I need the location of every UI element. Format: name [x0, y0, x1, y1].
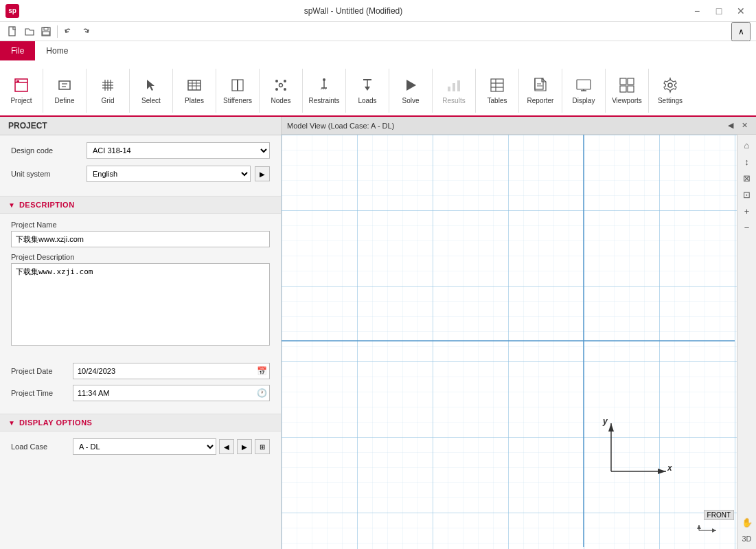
- ribbon-group-tables: Tables: [476, 69, 519, 113]
- ribbon: File Home Project Define: [0, 41, 756, 117]
- project-time-label: Project Time: [11, 389, 73, 397]
- settings-button[interactable]: Settings: [653, 70, 687, 111]
- project-name-label: Project Name: [11, 221, 270, 229]
- load-case-prev-button[interactable]: ◀: [219, 439, 234, 454]
- ribbon-tabs: File Home: [0, 41, 756, 60]
- zoom-window-button[interactable]: ⊡: [740, 187, 755, 202]
- load-case-select[interactable]: A - DL B - LL: [73, 438, 216, 455]
- open-file-button[interactable]: [22, 24, 37, 39]
- display-button[interactable]: Display: [566, 70, 601, 111]
- loads-button[interactable]: Loads: [350, 70, 385, 111]
- select-button[interactable]: Select: [134, 70, 168, 111]
- zoom-out-button[interactable]: −: [740, 220, 755, 235]
- tables-button[interactable]: Tables: [480, 70, 514, 111]
- ribbon-group-settings: Settings: [649, 69, 691, 113]
- model-view-close-button[interactable]: ✕: [738, 120, 751, 132]
- model-grid: [282, 135, 756, 549]
- define-button[interactable]: Define: [47, 70, 82, 111]
- maximize-button[interactable]: □: [709, 3, 729, 19]
- new-file-button[interactable]: [5, 24, 21, 39]
- title-bar-left: sp: [5, 4, 19, 18]
- tab-file[interactable]: File: [0, 41, 35, 60]
- clock-icon-button[interactable]: 🕐: [254, 385, 269, 401]
- minimize-button[interactable]: −: [687, 3, 707, 19]
- results-label: Results: [442, 97, 465, 105]
- model-view-controls: ◀ ✕: [724, 120, 751, 132]
- project-name-input[interactable]: [11, 231, 270, 247]
- zoom-fit-button[interactable]: ⊠: [740, 170, 755, 186]
- tables-icon: [489, 77, 505, 96]
- ribbon-group-reporter: Reporter: [519, 69, 562, 113]
- pan-button[interactable]: ↕: [740, 154, 755, 169]
- settings-label: Settings: [658, 97, 683, 105]
- ribbon-group-display: Display: [562, 69, 606, 113]
- zoom-in-button[interactable]: +: [740, 203, 755, 219]
- project-time-input[interactable]: [73, 389, 254, 397]
- stiffeners-button[interactable]: Stiffeners: [220, 70, 255, 111]
- ribbon-collapse-button[interactable]: ∧: [731, 22, 751, 41]
- svg-point-32: [323, 78, 325, 81]
- restraints-button[interactable]: Restraints: [307, 70, 341, 111]
- project-description-label: Project Description: [11, 253, 270, 261]
- tables-label: Tables: [488, 97, 507, 105]
- load-case-next-button[interactable]: ▶: [237, 439, 252, 454]
- grid-icon: [100, 77, 116, 96]
- display-options-section-header[interactable]: ▼ DISPLAY OPTIONS: [0, 414, 281, 432]
- results-button[interactable]: Results: [437, 70, 471, 111]
- hand-pan-button[interactable]: ✋: [740, 515, 755, 530]
- project-date-input[interactable]: [73, 367, 254, 375]
- ribbon-group-plates: Plates: [173, 69, 216, 113]
- reporter-label: Reporter: [527, 97, 554, 105]
- unit-system-row: Unit system English Metric (kN, m) ▶: [11, 166, 270, 182]
- design-code-select[interactable]: ACI 318-14 ACI 318-11: [87, 142, 270, 159]
- close-button[interactable]: ✕: [731, 3, 751, 19]
- select-icon: [143, 77, 159, 96]
- project-description-input[interactable]: 下载集www.xzji.com: [11, 263, 270, 346]
- datetime-section: Project Date 📅 Project Time 🕐: [0, 360, 281, 414]
- ribbon-group-stiffeners: Stiffeners: [216, 69, 260, 113]
- select-label: Select: [141, 97, 161, 105]
- grid-button[interactable]: Grid: [91, 70, 125, 111]
- display-options-fields: Load Case A - DL B - LL ◀ ▶ ⊞: [0, 432, 281, 462]
- redo-button[interactable]: [78, 24, 93, 39]
- nodes-button[interactable]: Nodes: [264, 70, 298, 111]
- description-section-header[interactable]: ▼ DESCRIPTION: [0, 196, 281, 214]
- stiffeners-label: Stiffeners: [223, 97, 252, 105]
- view-home-button[interactable]: ⌂: [740, 137, 755, 153]
- solve-button[interactable]: Solve: [393, 70, 428, 111]
- tab-home[interactable]: Home: [35, 41, 79, 60]
- svg-rect-39: [457, 80, 460, 91]
- front-label: FRONT: [704, 510, 734, 520]
- ribbon-group-nodes: Nodes: [260, 69, 303, 113]
- canvas-area: y x FRONT ⌂ ↕ ⊠ ⊡ + −: [282, 135, 756, 549]
- model-view-pin-button[interactable]: ◀: [724, 120, 737, 132]
- calendar-icon-button[interactable]: 📅: [254, 363, 269, 379]
- project-button[interactable]: Project: [4, 70, 38, 111]
- viewports-label: Viewports: [612, 97, 642, 105]
- solve-label: Solve: [402, 97, 419, 105]
- reporter-button[interactable]: Reporter: [523, 70, 558, 111]
- plates-icon: [186, 77, 203, 96]
- axis-y-label: y: [603, 416, 608, 426]
- unit-system-select[interactable]: English Metric (kN, m): [87, 166, 251, 182]
- 3d-view-button[interactable]: 3D: [740, 531, 755, 546]
- undo-button[interactable]: [61, 24, 76, 39]
- main-layout: PROJECT Design code ACI 318-14 ACI 318-1…: [0, 117, 756, 549]
- svg-rect-3: [43, 32, 49, 35]
- ribbon-group-loads: Loads: [346, 69, 389, 113]
- viewports-button[interactable]: Viewports: [610, 70, 644, 111]
- unit-system-go-button[interactable]: ▶: [255, 166, 270, 181]
- plates-button[interactable]: Plates: [177, 70, 211, 111]
- unit-system-label: Unit system: [11, 170, 87, 178]
- display-label: Display: [573, 97, 595, 105]
- settings-icon: [662, 77, 678, 96]
- app-icon: sp: [5, 4, 19, 18]
- define-icon: [56, 77, 73, 96]
- grid-label: Grid: [102, 97, 115, 105]
- save-file-button[interactable]: [38, 24, 54, 39]
- svg-rect-38: [453, 83, 455, 91]
- app-title: spWall - Untitled (Modified): [19, 6, 687, 16]
- display-options-collapse-icon: ▼: [8, 419, 15, 427]
- model-view-title: Model View (Load Case: A - DL): [287, 122, 394, 130]
- load-case-expand-button[interactable]: ⊞: [255, 439, 270, 454]
